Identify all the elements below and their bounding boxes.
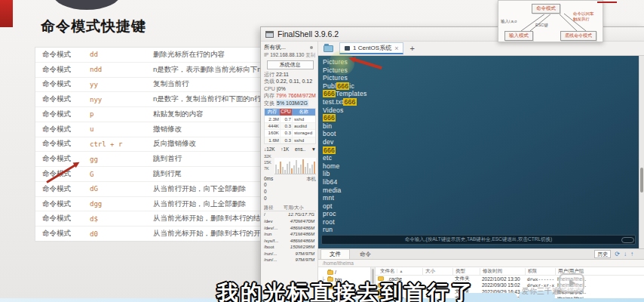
- shortcut-table-row: 命令模式 u 撤销修改: [35, 122, 260, 137]
- memory-label: 内存: [264, 92, 274, 100]
- ping-value: 0: [264, 196, 267, 202]
- load-label: 负载: [264, 78, 274, 85]
- scrollbar-thumb[interactable]: [640, 168, 643, 193]
- process-row: 444K 0.3 auditd: [265, 122, 315, 129]
- terminal-text: run: [323, 226, 333, 233]
- column-name-label: 文件名: [378, 268, 395, 273]
- diagram-label-esc: ESC键: [535, 23, 548, 28]
- net-graph-bar: [282, 167, 284, 174]
- tree-item[interactable]: /: [321, 269, 370, 276]
- tab-files[interactable]: 文件: [320, 249, 350, 259]
- shortcut-mode-cell: 命令模式: [35, 125, 87, 134]
- history-button[interactable]: 历史: [594, 250, 611, 258]
- tab-command[interactable]: 命令: [351, 249, 379, 259]
- slide-red-corner-decoration: [0, 0, 13, 27]
- terminal-text: bin: [323, 122, 332, 130]
- shortcut-mode-cell: 命令模式: [35, 139, 87, 149]
- disk-header-size[interactable]: 可用/大小: [284, 205, 303, 211]
- path-breadcrumb[interactable]: /home/itheima: [318, 260, 644, 267]
- upload-icon[interactable]: ↑: [630, 251, 633, 257]
- diagram-box-input-mode: 输入模式: [504, 31, 533, 41]
- window-title: FinalShell 3.9.6.2: [278, 29, 339, 39]
- ping-row: 0: [264, 182, 316, 189]
- process-header-name[interactable]: 名称: [292, 109, 315, 116]
- shortcut-description-cell: 删除光标所在行的内容: [153, 50, 260, 60]
- net-graph-bar: [305, 167, 306, 174]
- refresh-icon[interactable]: ⟳: [615, 251, 620, 257]
- net-graph-bar: [293, 165, 295, 174]
- terminal-text: Templates: [336, 90, 366, 97]
- net-graph-bar: [300, 165, 302, 174]
- process-header-mem[interactable]: 内存: [265, 109, 280, 116]
- command-input-bar[interactable]: 命令输入,(按ALT键提示历史,TAB键补全,ESC键退出,双击CTRL切换): [321, 235, 636, 245]
- diagram-box-command-mode: 命令模式: [532, 4, 560, 14]
- file-list-header[interactable]: 文件名▲ 大小 类型 修改时间 权限 用户/用户组: [376, 267, 644, 276]
- process-table-header[interactable]: 内存 CPU 名称: [265, 109, 315, 116]
- shortcut-table-row: 命令模式 dd 删除光标所在行的内容: [35, 48, 260, 62]
- process-mem: 160K: [265, 130, 280, 136]
- column-size[interactable]: 大小: [422, 268, 452, 275]
- graph-ylabel: 7K: [264, 166, 269, 171]
- net-graph-bars: [274, 158, 316, 174]
- disk-row: /run/... 97M/97M: [264, 257, 316, 263]
- process-header-cpu[interactable]: CPU: [280, 109, 292, 116]
- connection-selector[interactable]: 所有状...: [264, 43, 316, 51]
- file-permissions: drwx------: [525, 276, 555, 282]
- disk-row: /run/... 97M/97M: [264, 251, 316, 257]
- shortcut-description-cell: n是数字，复制当前行和下面的n行: [153, 94, 260, 104]
- disk-table-header[interactable]: 路径 可用/大小: [264, 205, 316, 212]
- download-icon[interactable]: ↓: [624, 251, 627, 257]
- terminal-text: root: [323, 218, 335, 226]
- connections-folder-icon[interactable]: [324, 45, 333, 52]
- terminal-text: media: [323, 186, 342, 194]
- shortcut-command-cell: p: [87, 110, 153, 118]
- terminal-line: opt: [323, 202, 367, 211]
- terminal-line: Pictures: [323, 74, 367, 82]
- net-down-value: ↓12K: [264, 146, 275, 153]
- disk-row: / 12.7G/17.7G: [264, 211, 316, 218]
- terminal-line: mnt: [323, 194, 367, 202]
- network-summary-row[interactable]: ↓12K ↑1K ens.. ▼: [264, 146, 316, 153]
- shortcut-description-cell: 从当前光标开始，删除到本行的结尾: [153, 214, 260, 223]
- ping-host-selector[interactable]: 本机: [306, 176, 316, 183]
- new-tab-button[interactable]: +: [409, 44, 414, 53]
- column-name[interactable]: 文件名▲: [376, 268, 422, 275]
- net-graph-bar: [284, 170, 286, 174]
- disk-header-path[interactable]: 路径: [264, 205, 284, 211]
- disk-size: 97M/97M: [284, 251, 316, 257]
- shortcut-mode-cell: 命令模式: [35, 199, 87, 209]
- session-tab-bar: 1 CentOS系统 × +: [318, 42, 644, 56]
- column-type[interactable]: 类型: [452, 268, 480, 275]
- sort-asc-icon: ▲: [397, 269, 403, 273]
- terminal-text: lib64: [323, 178, 337, 186]
- terminal-text: lib: [323, 170, 330, 177]
- shortcut-command-cell: ctrl + r: [87, 140, 153, 148]
- disk-size: 486M/486M: [284, 238, 316, 245]
- terminal-text: home: [323, 162, 339, 170]
- disk-path: /run/...: [264, 257, 284, 263]
- terminal-line: boot: [323, 130, 367, 138]
- terminal[interactable]: Pictures Pictures Pictures Publ666ic 666…: [318, 56, 644, 248]
- terminal-line: dev: [323, 138, 367, 146]
- shortcut-command-cell: ndd: [87, 66, 153, 73]
- disk-size: 471M/486M: [284, 231, 316, 238]
- shortcut-table-row: 命令模式 p 粘贴复制的内容: [35, 106, 260, 122]
- terminal-scrollbar[interactable]: [639, 56, 644, 248]
- chevron-down-icon[interactable]: ▼: [311, 146, 316, 153]
- terminal-line: root: [323, 218, 367, 226]
- close-tab-icon[interactable]: ×: [394, 45, 398, 52]
- ping-value: 0ms: [264, 176, 273, 183]
- disk-size: 97M/97M: [284, 257, 316, 263]
- copy-ip-button[interactable]: 复制: [305, 51, 315, 59]
- column-mtime[interactable]: 修改时间: [480, 268, 525, 275]
- system-info-button[interactable]: 系统信息: [267, 60, 314, 69]
- disk-path: /sys/f...: [264, 238, 284, 245]
- play-button[interactable]: [559, 273, 584, 292]
- shortcut-mode-cell: 命令模式: [35, 79, 87, 89]
- ping-value: 0: [264, 189, 267, 196]
- shortcut-description-cell: 反向撤销修改: [153, 139, 260, 149]
- column-perm[interactable]: 权限: [525, 268, 555, 275]
- swap-value: 5% 103M/2G: [276, 100, 308, 107]
- process-row: 160K 0.3 storaged: [265, 129, 315, 136]
- shortcut-description-cell: 从当前光标开始，删除到本行的开头: [153, 229, 260, 239]
